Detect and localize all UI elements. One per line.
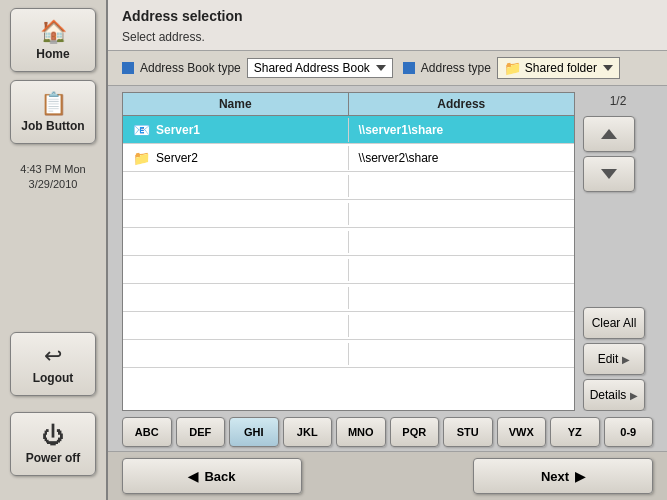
col-name-header: Name bbox=[123, 93, 349, 115]
row-icon: 📧 bbox=[133, 122, 150, 138]
alpha-button-stu[interactable]: STU bbox=[443, 417, 493, 447]
address-type-dropdown-arrow-icon bbox=[603, 65, 613, 71]
arrow-up-icon bbox=[601, 129, 617, 139]
table-header: Name Address bbox=[123, 93, 574, 116]
job-button-button[interactable]: 📋 Job Button bbox=[10, 80, 96, 144]
back-label: Back bbox=[204, 469, 235, 484]
alpha-button-vwx[interactable]: VWX bbox=[497, 417, 547, 447]
address-book-type-dropdown[interactable]: Shared Address Book bbox=[247, 58, 393, 78]
table-row[interactable] bbox=[123, 172, 574, 200]
table-row[interactable] bbox=[123, 228, 574, 256]
dropdown-arrow-icon bbox=[376, 65, 386, 71]
address-type-label: Address type bbox=[421, 61, 491, 75]
logout-button[interactable]: ↩ Logout bbox=[10, 332, 96, 396]
scroll-down-button[interactable] bbox=[583, 156, 635, 192]
page-subtitle: Select address. bbox=[122, 30, 653, 44]
table-cell-address bbox=[349, 175, 575, 197]
power-off-label: Power off bbox=[26, 451, 81, 465]
alpha-button-mno[interactable]: MNO bbox=[336, 417, 386, 447]
power-icon: ⏻ bbox=[42, 423, 64, 449]
table-row[interactable] bbox=[123, 284, 574, 312]
table-row[interactable]: 📁 Server2 \\server2\share bbox=[123, 144, 574, 172]
table-row[interactable] bbox=[123, 200, 574, 228]
footer: ◀ Back Next ▶ bbox=[108, 451, 667, 500]
alpha-button-ghi[interactable]: GHI bbox=[229, 417, 279, 447]
details-label: Details bbox=[590, 388, 627, 402]
table-row[interactable] bbox=[123, 312, 574, 340]
table-cell-address bbox=[349, 203, 575, 225]
sidebar-bottom: ↩ Logout ⏻ Power off bbox=[10, 332, 96, 484]
power-off-button[interactable]: ⏻ Power off bbox=[10, 412, 96, 476]
table-cell-name bbox=[123, 343, 349, 365]
edit-label: Edit bbox=[598, 352, 619, 366]
alpha-button-pqr[interactable]: PQR bbox=[390, 417, 440, 447]
table-cell-address bbox=[349, 231, 575, 253]
address-type-dropdown[interactable]: 📁 Shared folder bbox=[497, 57, 620, 79]
alpha-button-def[interactable]: DEF bbox=[176, 417, 226, 447]
table-cell-address: \\server2\share bbox=[349, 147, 575, 169]
home-icon: 🏠 bbox=[40, 19, 67, 45]
address-type-group: Address type 📁 Shared folder bbox=[403, 57, 620, 79]
row-icon: 📁 bbox=[133, 150, 150, 166]
alpha-bar: ABCDEFGHIJKLMNOPQRSTUVWXYZ0-9 bbox=[108, 411, 667, 451]
table-cell-name bbox=[123, 175, 349, 197]
controls-row: Address Book type Shared Address Book Ad… bbox=[108, 51, 667, 86]
address-book-type-label: Address Book type bbox=[140, 61, 241, 75]
main-area: Address selection Select address. Addres… bbox=[108, 0, 667, 500]
address-book-indicator bbox=[122, 62, 134, 74]
table-cell-name bbox=[123, 287, 349, 309]
table-cell-address: \\server1\share bbox=[349, 119, 575, 141]
sidebar: 🏠 Home 📋 Job Button 4:43 PM Mon 3/29/201… bbox=[0, 0, 108, 500]
alpha-button-abc[interactable]: ABC bbox=[122, 417, 172, 447]
job-icon: 📋 bbox=[40, 91, 67, 117]
address-book-type-group: Address Book type Shared Address Book bbox=[122, 58, 393, 78]
table-cell-address bbox=[349, 343, 575, 365]
table-cell-name bbox=[123, 259, 349, 281]
table-cell-address bbox=[349, 287, 575, 309]
details-button[interactable]: Details ▶ bbox=[583, 379, 645, 411]
table-cell-name: 📧 Server1 bbox=[123, 118, 349, 142]
logout-label: Logout bbox=[33, 371, 74, 385]
folder-icon: 📁 bbox=[504, 60, 521, 76]
table-row[interactable] bbox=[123, 340, 574, 368]
side-panel: 1/2 Clear All Edit ▶ Details ▶ bbox=[583, 92, 653, 411]
table-cell-name bbox=[123, 203, 349, 225]
home-button[interactable]: 🏠 Home bbox=[10, 8, 96, 72]
table-cell-address bbox=[349, 315, 575, 337]
clock-display: 4:43 PM Mon 3/29/2010 bbox=[0, 162, 106, 193]
home-label: Home bbox=[36, 47, 69, 61]
back-button[interactable]: ◀ Back bbox=[122, 458, 302, 494]
next-label: Next bbox=[541, 469, 569, 484]
clear-all-label: Clear All bbox=[592, 316, 637, 330]
details-arrow-icon: ▶ bbox=[630, 390, 638, 401]
table-cell-name bbox=[123, 315, 349, 337]
content-area: Name Address 📧 Server1 \\server1\share 📁… bbox=[108, 86, 667, 411]
job-button-label: Job Button bbox=[21, 119, 84, 133]
address-type-indicator bbox=[403, 62, 415, 74]
edit-button[interactable]: Edit ▶ bbox=[583, 343, 645, 375]
table-body: 📧 Server1 \\server1\share 📁 Server2 \\se… bbox=[123, 116, 574, 410]
back-arrow-icon: ◀ bbox=[188, 469, 198, 484]
page-indicator: 1/2 bbox=[583, 94, 653, 108]
alpha-button-jkl[interactable]: JKL bbox=[283, 417, 333, 447]
table-row[interactable]: 📧 Server1 \\server1\share bbox=[123, 116, 574, 144]
alpha-button-0-9[interactable]: 0-9 bbox=[604, 417, 654, 447]
action-buttons: Clear All Edit ▶ Details ▶ bbox=[583, 307, 653, 411]
scroll-up-button[interactable] bbox=[583, 116, 635, 152]
address-book-type-value: Shared Address Book bbox=[254, 61, 370, 75]
address-table: Name Address 📧 Server1 \\server1\share 📁… bbox=[122, 92, 575, 411]
arrow-down-icon bbox=[601, 169, 617, 179]
table-cell-name: 📁 Server2 bbox=[123, 146, 349, 170]
page-title: Address selection bbox=[122, 8, 653, 24]
clear-all-button[interactable]: Clear All bbox=[583, 307, 645, 339]
edit-arrow-icon: ▶ bbox=[622, 354, 630, 365]
table-cell-address bbox=[349, 259, 575, 281]
logout-icon: ↩ bbox=[44, 343, 62, 369]
next-arrow-icon: ▶ bbox=[575, 469, 585, 484]
next-button[interactable]: Next ▶ bbox=[473, 458, 653, 494]
header: Address selection Select address. bbox=[108, 0, 667, 51]
col-address-header: Address bbox=[349, 93, 575, 115]
table-row[interactable] bbox=[123, 256, 574, 284]
alpha-button-yz[interactable]: YZ bbox=[550, 417, 600, 447]
address-type-value: Shared folder bbox=[525, 61, 597, 75]
